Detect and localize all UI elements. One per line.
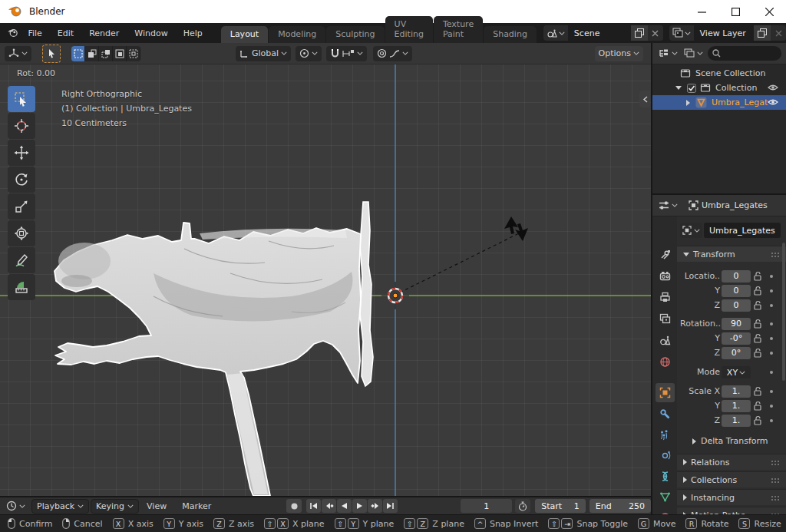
transform-panel-header[interactable]: Transform	[677, 246, 786, 262]
play-button[interactable]	[352, 499, 367, 513]
view-layer-copy-button[interactable]	[754, 25, 771, 41]
view-layer-remove-button[interactable]	[771, 25, 786, 41]
select-mode-extend[interactable]	[85, 46, 99, 61]
proportional-editing-group[interactable]	[373, 46, 412, 61]
use-preview-range-button[interactable]	[515, 499, 530, 513]
animate-dot[interactable]	[770, 322, 773, 325]
tab-world[interactable]	[656, 352, 675, 372]
animate-dot[interactable]	[770, 275, 773, 278]
tab-scene[interactable]	[656, 331, 675, 350]
tab-uv-editing[interactable]: UV Editing	[385, 16, 433, 43]
visibility-eye-icon[interactable]	[768, 97, 778, 107]
lock-open-icon[interactable]	[753, 348, 762, 358]
jump-to-end-button[interactable]	[383, 499, 398, 513]
value-field[interactable]: 1.	[722, 385, 751, 398]
tool-select-box[interactable]	[8, 86, 35, 112]
outliner-display-mode-button[interactable]	[682, 46, 705, 61]
view-layer-browse-button[interactable]	[669, 28, 694, 38]
snap-target-dropdown[interactable]	[296, 46, 322, 61]
select-mode-subtract[interactable]	[99, 46, 113, 61]
viewport-3d[interactable]: Global	[0, 43, 651, 496]
lock-open-icon[interactable]	[753, 319, 762, 329]
animate-dot[interactable]	[770, 419, 773, 422]
sidebar-toggle[interactable]	[639, 91, 650, 107]
outliner-row-umbra-legates[interactable]: Umbra_Legat	[652, 95, 786, 110]
animate-dot[interactable]	[770, 304, 773, 307]
expand-caret-icon[interactable]	[675, 86, 682, 90]
tab-modeling[interactable]: Modeling	[269, 26, 325, 43]
value-field[interactable]: -0°	[722, 332, 751, 345]
outliner-editor-type-button[interactable]	[657, 46, 679, 61]
tool-transform[interactable]	[8, 220, 35, 246]
lock-open-icon[interactable]	[753, 415, 762, 425]
value-field[interactable]: 90	[722, 318, 751, 330]
tab-object-data[interactable]	[656, 487, 675, 507]
keying-dropdown[interactable]: Keying	[91, 499, 139, 514]
timeline-editor-type-button[interactable]	[5, 498, 27, 514]
tab-tool[interactable]	[656, 245, 675, 264]
scene-unlink-button[interactable]	[648, 25, 663, 41]
drag-handle-icon[interactable]	[771, 477, 780, 483]
scene-browse-button[interactable]	[543, 28, 568, 38]
tool-move[interactable]	[8, 140, 35, 166]
outliner-row-scene-collection[interactable]: Scene Collection	[652, 66, 786, 81]
tab-particles[interactable]	[656, 425, 675, 444]
playback-dropdown[interactable]: Playback	[31, 499, 89, 514]
value-field[interactable]: 0°	[722, 347, 751, 359]
tab-object[interactable]	[656, 383, 675, 402]
tab-layout[interactable]: Layout	[221, 26, 268, 43]
tab-texture-paint[interactable]: Texture Paint	[434, 16, 483, 43]
animate-dot[interactable]	[770, 371, 773, 374]
value-field[interactable]: 1.	[722, 415, 751, 427]
tab-sculpting[interactable]: Sculpting	[326, 26, 384, 43]
menu-window[interactable]: Window	[127, 28, 175, 38]
frame-end-field[interactable]: End 250	[590, 499, 651, 513]
drag-handle-icon[interactable]	[771, 460, 780, 465]
object-browse-button[interactable]	[680, 223, 702, 238]
tab-shading[interactable]: Shading	[484, 26, 537, 43]
properties-scrollbar[interactable]	[782, 243, 785, 381]
active-tool-button[interactable]	[42, 45, 61, 63]
current-frame-field[interactable]: 1	[461, 499, 512, 513]
tool-rotate[interactable]	[8, 167, 35, 193]
animate-dot[interactable]	[770, 352, 773, 355]
tab-output[interactable]	[656, 288, 675, 307]
frame-start-field[interactable]: Start 1	[535, 499, 586, 513]
snap-toggle-group[interactable]	[326, 46, 367, 61]
relations-panel-header[interactable]: Relations	[677, 454, 786, 470]
scene-copy-button[interactable]	[631, 25, 648, 41]
outliner-row-collection[interactable]: Collection	[652, 81, 786, 95]
next-keyframe-button[interactable]	[368, 499, 382, 513]
lock-open-icon[interactable]	[753, 300, 762, 310]
tab-physics[interactable]	[656, 446, 675, 465]
tool-annotate[interactable]	[8, 247, 35, 273]
lock-open-icon[interactable]	[753, 333, 762, 343]
jump-to-start-button[interactable]	[306, 499, 321, 513]
outliner-search-field[interactable]	[708, 46, 781, 61]
lock-open-icon[interactable]	[753, 401, 762, 411]
tab-view-layer[interactable]	[656, 309, 675, 329]
lock-open-icon[interactable]	[753, 286, 762, 296]
tab-render[interactable]	[656, 266, 675, 286]
minimize-button[interactable]	[685, 0, 718, 23]
properties-editor-type-button[interactable]	[657, 198, 679, 213]
motion-paths-panel-header[interactable]: Motion Paths	[677, 507, 786, 514]
transform-orientation-dropdown[interactable]: Global	[236, 46, 291, 61]
record-button[interactable]	[286, 499, 302, 513]
menu-file[interactable]: File	[20, 28, 49, 38]
timeline-menu-marker[interactable]: Marker	[174, 501, 219, 511]
tab-modifiers[interactable]	[656, 405, 675, 424]
animate-dot[interactable]	[770, 405, 773, 408]
value-field[interactable]: 0	[722, 285, 751, 297]
editor-type-button[interactable]	[5, 46, 31, 61]
expand-caret-icon[interactable]	[686, 100, 690, 106]
tool-cursor[interactable]	[8, 113, 35, 139]
select-mode-intersect[interactable]	[127, 46, 140, 61]
tool-measure[interactable]	[8, 274, 35, 300]
view-layer-name-field[interactable]: View Layer	[694, 25, 754, 41]
timeline-menu-view[interactable]: View	[139, 501, 174, 511]
select-mode-set[interactable]	[71, 46, 85, 61]
prev-keyframe-button[interactable]	[322, 499, 336, 513]
animate-dot[interactable]	[770, 337, 773, 340]
visibility-eye-icon[interactable]	[768, 83, 778, 92]
